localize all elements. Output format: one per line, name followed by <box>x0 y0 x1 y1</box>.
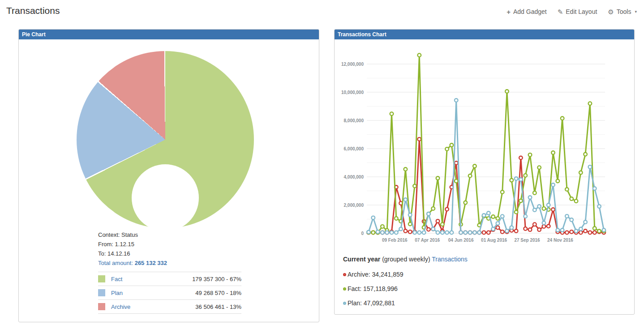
series-marker-icon <box>343 273 346 276</box>
page-title: Transactions <box>6 5 60 16</box>
legend-title: Current year <box>343 256 380 263</box>
pie-row-label-link[interactable]: Fact <box>111 276 122 282</box>
pie-info-block: Context: Status From: 1.12.15 To: 14.12.… <box>98 230 167 268</box>
legend-heading: Current year (grouped weekly) Transactio… <box>343 256 468 263</box>
series-legend-item: Plan: 47,092,881 <box>343 296 468 310</box>
pie-total-line: Total amount: 265 132 332 <box>98 258 167 268</box>
series-legend-text: Fact: 157,118,996 <box>348 285 398 292</box>
svg-text:24 Nov 2016: 24 Nov 2016 <box>547 238 573 243</box>
add-gadget-label: Add Gadget <box>513 8 547 15</box>
transactions-chart-gadget: Transactions Chart 02,000,0004,000,0006,… <box>334 29 635 315</box>
svg-text:8,000,000: 8,000,000 <box>344 118 364 123</box>
pie-chart-gadget: Pie Chart Context: Status From: 1.12.15 … <box>18 29 319 322</box>
edit-layout-label: Edit Layout <box>566 8 597 15</box>
pie-row-label-link[interactable]: Plan <box>111 290 123 296</box>
chevron-down-icon: ▾ <box>635 9 637 14</box>
svg-text:12,000,000: 12,000,000 <box>341 62 364 67</box>
pie-total-value: 265 132 332 <box>135 260 167 266</box>
edit-layout-button[interactable]: ✎ Edit Layout <box>558 8 597 15</box>
gear-icon: ⚙ <box>608 9 614 15</box>
svg-text:01 Aug 2016: 01 Aug 2016 <box>481 238 507 243</box>
pie-row-value: 36 506 461 - 13% <box>195 303 241 310</box>
series-legend-item: Fact: 157,118,996 <box>343 282 468 296</box>
pie-from-line: From: 1.12.15 <box>98 239 167 249</box>
series-legend-text: Plan: 47,092,881 <box>348 299 395 307</box>
pie-table-row: Fact179 357 300 - 67% <box>98 272 241 286</box>
svg-text:6,000,000: 6,000,000 <box>344 146 364 151</box>
dashboard-toolbar: + Add Gadget ✎ Edit Layout ⚙ Tools ▾ <box>507 8 637 15</box>
pie-row-label-link[interactable]: Archive <box>111 303 130 310</box>
series-legend-list: Archive: 34,241,859Fact: 157,118,996Plan… <box>343 267 468 310</box>
legend-swatch-icon <box>98 275 105 282</box>
add-gadget-button[interactable]: + Add Gadget <box>507 8 547 15</box>
series-marker-icon <box>343 302 346 305</box>
svg-text:09 Feb 2016: 09 Feb 2016 <box>382 238 408 243</box>
line-gadget-header[interactable]: Transactions Chart <box>335 30 634 39</box>
svg-text:04 Jun 2016: 04 Jun 2016 <box>448 238 474 243</box>
series-marker-icon <box>343 287 346 291</box>
pie-table-row: Archive36 506 461 - 13% <box>98 300 241 314</box>
transactions-link[interactable]: Transactions <box>432 256 468 263</box>
legend-swatch-icon <box>98 303 105 310</box>
svg-text:10,000,000: 10,000,000 <box>341 90 364 95</box>
tools-label: Tools <box>617 8 631 15</box>
svg-text:2,000,000: 2,000,000 <box>344 203 364 208</box>
svg-text:4,000,000: 4,000,000 <box>344 175 364 179</box>
donut-hole <box>132 164 199 231</box>
legend-swatch-icon <box>98 289 105 296</box>
pie-legend-table: Fact179 357 300 - 67%Plan49 268 570 - 18… <box>98 272 241 314</box>
svg-text:27 Sep 2016: 27 Sep 2016 <box>514 238 540 243</box>
series-legend-text: Archive: 34,241,859 <box>348 271 404 278</box>
transactions-line-chart: 02,000,0004,000,0006,000,0008,000,00010,… <box>335 43 634 249</box>
svg-text:07 Apr 2016: 07 Apr 2016 <box>415 238 440 243</box>
pie-total-label: Total amount: <box>98 260 135 266</box>
pie-context-line: Context: Status <box>98 230 167 239</box>
series-legend-item: Archive: 34,241,859 <box>343 267 468 282</box>
pie-gadget-header[interactable]: Pie Chart <box>19 30 319 39</box>
line-chart-area: 02,000,0004,000,0006,000,0008,000,00010,… <box>335 43 634 251</box>
svg-text:0: 0 <box>361 231 364 236</box>
legend-subtitle: (grouped weekly) <box>380 256 432 263</box>
pie-to-line: To: 14.12.16 <box>98 249 167 258</box>
pie-table-row: Plan49 268 570 - 18% <box>98 286 241 300</box>
line-chart-legend: Current year (grouped weekly) Transactio… <box>343 256 468 310</box>
pie-row-value: 49 268 570 - 18% <box>195 290 241 296</box>
tools-menu-button[interactable]: ⚙ Tools ▾ <box>608 8 637 15</box>
plus-icon: + <box>507 9 511 15</box>
pencil-icon: ✎ <box>558 9 563 15</box>
pie-row-value: 179 357 300 - 67% <box>192 276 241 282</box>
